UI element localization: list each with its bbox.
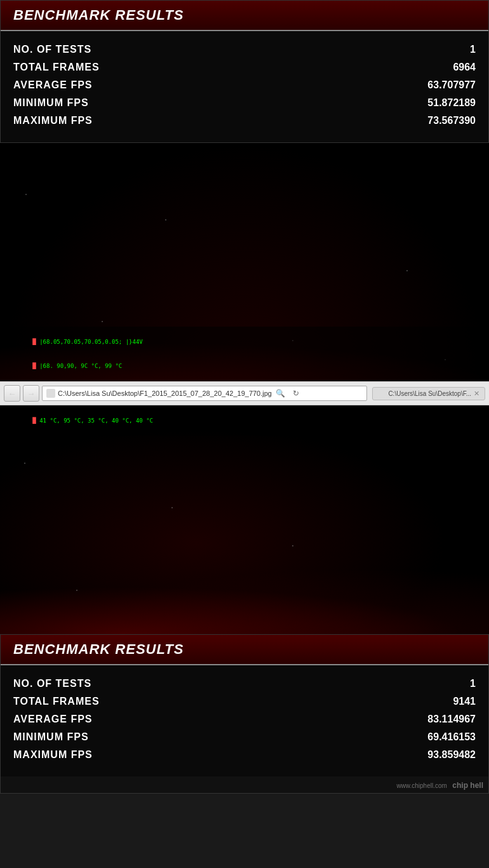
- top-benchmark-stats: NO. OF TESTS 1 TOTAL FRAMES 6964 AVERAGE…: [1, 31, 488, 142]
- forward-button[interactable]: →: [23, 385, 39, 402]
- stat-value-max-fps: 73.567390: [399, 115, 476, 126]
- watermark-logo: chip hell: [452, 781, 483, 790]
- table-row: NO. OF TESTS 1: [13, 41, 476, 58]
- top-hud-overlay: █ |68.05,70.05,70.05,0.05; |}44V █ |68. …: [0, 327, 489, 381]
- browser-tab[interactable]: C:\Users\Lisa Su\Desktop\F... ✕: [372, 387, 485, 400]
- top-benchmark-header: BENCHMARK RESULTS: [1, 1, 488, 31]
- search-icon[interactable]: 🔍: [274, 387, 287, 400]
- top-hud-text-2: █ |68. 90,90, 9C °C, 99 °C: [5, 354, 484, 378]
- address-bar[interactable]: C:\Users\Lisa Su\Desktop\F1_2015_2015_07…: [42, 386, 367, 401]
- top-benchmark-section: BENCHMARK RESULTS NO. OF TESTS 1 TOTAL F…: [0, 0, 489, 143]
- table-row: AVERAGE FPS 63.707977: [13, 76, 476, 94]
- bottom-game-screenshot: █ 41 °C, 95 °C, 35 °C, 40 °C, 40 °C: [0, 405, 489, 634]
- stat-label-max-fps-2: MAXIMUM FPS: [13, 749, 93, 761]
- stat-label-avg-fps: AVERAGE FPS: [13, 79, 93, 91]
- tab-area: C:\Users\Lisa Su\Desktop\F... ✕: [372, 387, 485, 400]
- stat-label-avg-fps-2: AVERAGE FPS: [13, 714, 93, 725]
- stat-label-tests: NO. OF TESTS: [13, 44, 91, 55]
- stat-label-frames: TOTAL FRAMES: [13, 62, 100, 73]
- bottom-benchmark-header: BENCHMARK RESULTS: [1, 635, 488, 665]
- top-hud-text-1: █ |68.05,70.05,70.05,0.05; |}44V: [5, 330, 484, 354]
- stat-value-frames-2: 9141: [399, 696, 476, 707]
- stat-value-avg-fps: 63.707977: [399, 79, 476, 91]
- stat-value-max-fps-2: 93.859482: [399, 749, 476, 761]
- stat-label-frames-2: TOTAL FRAMES: [13, 696, 100, 707]
- bottom-hud-overlay: █ 41 °C, 95 °C, 35 °C, 40 °C, 40 °C: [0, 405, 489, 436]
- stat-label-min-fps: MINIMUM FPS: [13, 97, 89, 109]
- table-row: NO. OF TESTS 1: [13, 675, 476, 693]
- stat-value-avg-fps-2: 83.114967: [399, 714, 476, 725]
- watermark-site: www.chiphell.com: [396, 782, 446, 789]
- stat-value-min-fps-2: 69.416153: [399, 731, 476, 743]
- stat-value-tests-2: 1: [399, 678, 476, 689]
- bottom-benchmark-title: BENCHMARK RESULTS: [13, 641, 184, 657]
- bottom-hud-text: █ 41 °C, 95 °C, 35 °C, 40 °C, 40 °C: [5, 409, 484, 433]
- table-row: TOTAL FRAMES 6964: [13, 58, 476, 76]
- table-row: MAXIMUM FPS 73.567390: [13, 112, 476, 130]
- stat-value-min-fps: 51.872189: [399, 97, 476, 109]
- tab-label: C:\Users\Lisa Su\Desktop\F...: [388, 390, 471, 397]
- table-row: MAXIMUM FPS 93.859482: [13, 746, 476, 764]
- game-bg-top: █ |68.05,70.05,70.05,0.05; |}44V █ |68. …: [0, 143, 489, 381]
- refresh-icon[interactable]: ↻: [290, 387, 302, 400]
- bottom-benchmark-stats: NO. OF TESTS 1 TOTAL FRAMES 9141 AVERAGE…: [1, 665, 488, 776]
- table-row: MINIMUM FPS 69.416153: [13, 728, 476, 746]
- stat-label-max-fps: MAXIMUM FPS: [13, 115, 93, 126]
- top-benchmark-title: BENCHMARK RESULTS: [13, 7, 184, 23]
- stat-value-frames: 6964: [399, 62, 476, 73]
- bottom-benchmark-section: BENCHMARK RESULTS NO. OF TESTS 1 TOTAL F…: [0, 634, 489, 794]
- close-icon[interactable]: ✕: [474, 390, 479, 398]
- back-button[interactable]: ←: [4, 385, 20, 402]
- game-bg-bottom: █ 41 °C, 95 °C, 35 °C, 40 °C, 40 °C: [0, 405, 489, 634]
- address-text: C:\Users\Lisa Su\Desktop\F1_2015_2015_07…: [58, 390, 272, 397]
- page-icon: [46, 389, 55, 398]
- top-game-screenshot: █ |68.05,70.05,70.05,0.05; |}44V █ |68. …: [0, 143, 489, 381]
- table-row: TOTAL FRAMES 9141: [13, 693, 476, 710]
- tab-icon: [378, 390, 385, 397]
- watermark-area: www.chiphell.com chip hell: [1, 776, 488, 793]
- table-row: MINIMUM FPS 51.872189: [13, 94, 476, 112]
- browser-navigation-bar: ← → C:\Users\Lisa Su\Desktop\F1_2015_201…: [0, 381, 489, 405]
- stat-label-tests-2: NO. OF TESTS: [13, 678, 91, 689]
- stat-label-min-fps-2: MINIMUM FPS: [13, 731, 89, 743]
- stat-value-tests: 1: [399, 44, 476, 55]
- table-row: AVERAGE FPS 83.114967: [13, 710, 476, 728]
